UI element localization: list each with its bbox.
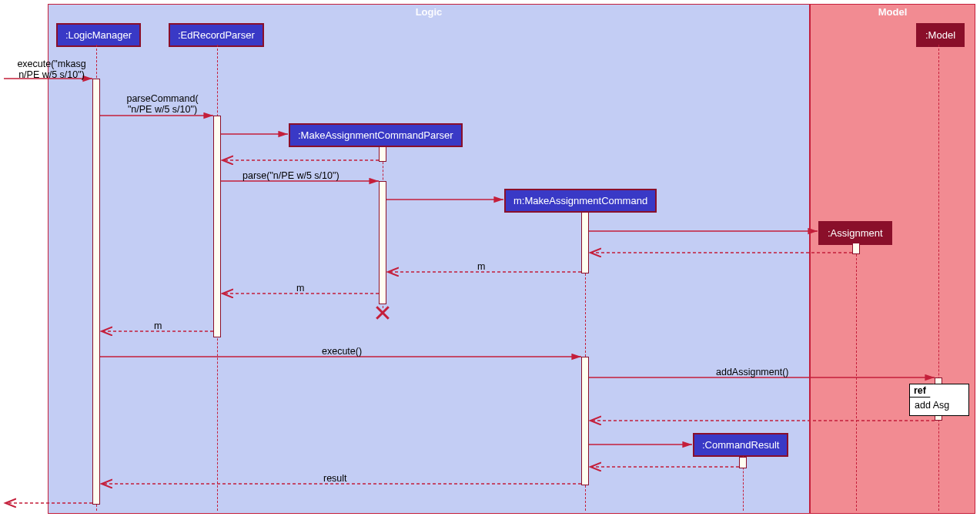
lifeline-assignment [856, 243, 857, 511]
participant-model: :Model [916, 23, 965, 47]
participant-make-asg-cmd: m:MakeAssignmentCommand [504, 189, 657, 213]
destroy-icon [374, 304, 391, 321]
msg-add-assignment: addAssignment() [716, 367, 789, 377]
ref-label: ref [909, 384, 934, 398]
activation-edrecord-parser [213, 116, 221, 337]
msg-parse-command: parseCommand( "n/PE w/5 s/10") [112, 93, 212, 115]
msg-m-2: m [296, 283, 304, 294]
participant-command-result: :CommandResult [693, 433, 788, 457]
region-logic-title: Logic [416, 6, 443, 18]
msg-m-3: m [154, 320, 162, 331]
ref-fragment: ref add Asg [909, 384, 969, 416]
msg-parse: parse("n/PE w/5 s/10") [242, 170, 339, 181]
activation-make-asg-parser-parse [379, 181, 386, 304]
msg-m-1: m [477, 261, 485, 272]
activation-make-asg-parser-create [379, 146, 386, 162]
msg-result: result [323, 473, 347, 484]
participant-make-asg-parser: :MakeAssignmentCommandParser [289, 123, 463, 147]
participant-assignment: :Assignment [818, 221, 892, 245]
activation-command-result-create [739, 457, 747, 468]
region-model-title: Model [878, 6, 908, 18]
region-model: Model [810, 4, 975, 514]
activation-make-asg-cmd-exec [581, 357, 589, 485]
activation-logic-manager [92, 79, 100, 505]
participant-edrecord-parser: :EdRecordParser [169, 23, 264, 47]
participant-logic-manager: :LogicManager [56, 23, 141, 47]
msg-execute-call: execute() [322, 346, 362, 357]
activation-assignment-create [852, 243, 860, 254]
lifeline-model [938, 45, 939, 511]
msg-execute-in: execute("mkasg n/PE w/5 s/10") [9, 59, 94, 80]
activation-make-asg-cmd-create [581, 212, 589, 273]
